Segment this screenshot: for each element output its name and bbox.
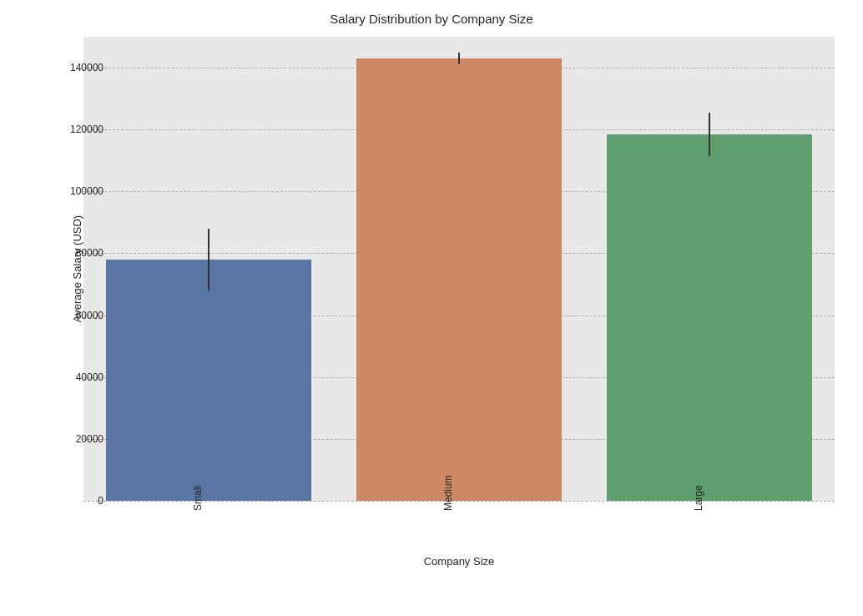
errorbar-medium [458,53,460,65]
bar-small [106,260,311,501]
y-tick-label: 0 [53,495,103,507]
x-tick-label: Large [693,485,704,511]
y-tick-label: 40000 [53,371,103,383]
bar-large [607,134,812,501]
x-tick-label: Medium [442,475,454,511]
errorbar-small [208,229,209,290]
y-tick-label: 100000 [53,185,103,197]
chart-container: Salary Distribution by Company Size 0200… [0,0,863,616]
x-axis-label: Company Size [83,555,835,568]
y-tick-label: 120000 [53,124,103,135]
errorbar-large [709,113,710,156]
y-tick-label: 140000 [53,62,103,73]
bar-medium [356,58,562,501]
y-axis-label: Average Salary (USD) [71,215,83,322]
x-tick-label: Small [192,486,204,511]
y-tick-label: 20000 [53,433,103,445]
chart-title: Salary Distribution by Company Size [0,12,863,26]
plot-area [83,37,835,501]
